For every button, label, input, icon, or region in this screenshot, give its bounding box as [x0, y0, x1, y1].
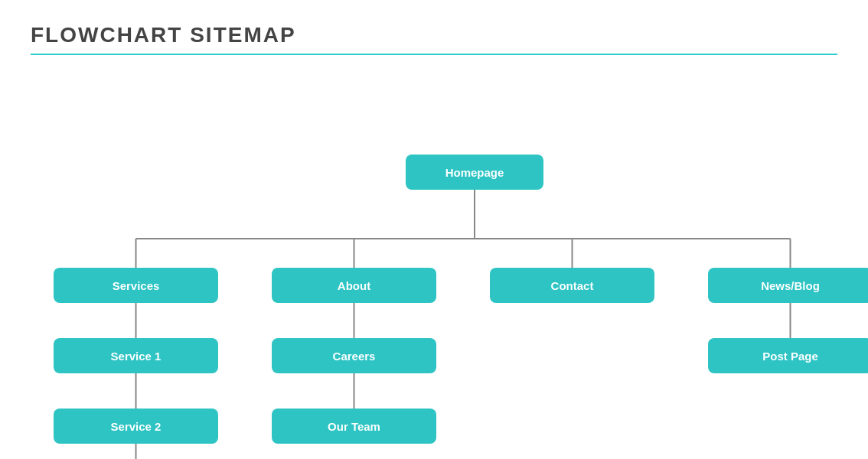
node-newsblog[interactable]: News/Blog	[708, 268, 868, 303]
node-service1[interactable]: Service 1	[54, 338, 218, 373]
node-services[interactable]: Services	[54, 268, 218, 303]
node-contact[interactable]: Contact	[490, 268, 654, 303]
node-careers[interactable]: Careers	[272, 338, 436, 373]
node-homepage[interactable]: Homepage	[406, 155, 543, 190]
node-postpage[interactable]: Post Page	[708, 338, 868, 373]
node-service2[interactable]: Service 2	[54, 409, 218, 444]
node-ourteam[interactable]: Our Team	[272, 409, 436, 444]
page-title: FLOWCHART SITEMAP	[31, 23, 837, 47]
node-about[interactable]: About	[272, 268, 436, 303]
sitemap-container: HomepageServicesAboutContactNews/BlogSer…	[31, 78, 837, 459]
page: FLOWCHART SITEMAP HomepageServicesAboutC…	[0, 0, 868, 459]
title-divider	[31, 54, 837, 55]
